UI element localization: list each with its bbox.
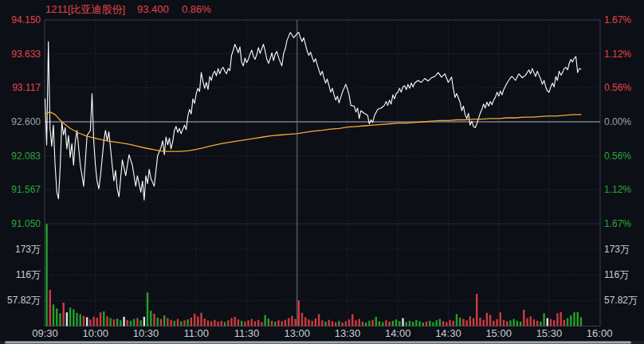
volume-bar: [301, 313, 303, 326]
volume-bar: [486, 313, 488, 326]
volume-bar: [254, 321, 256, 326]
volume-bar: [439, 319, 441, 326]
price-axis-label: 93.117: [12, 82, 41, 93]
volume-bar: [214, 320, 215, 326]
volume-bar: [482, 320, 484, 326]
volume-bar: [274, 322, 276, 326]
volume-bar: [238, 319, 239, 326]
volume-bar: [351, 314, 353, 326]
volume-bar: [536, 321, 538, 326]
volume-bar: [257, 320, 259, 326]
volume-bar: [516, 321, 518, 326]
volume-bar: [553, 320, 555, 326]
volume-bar: [432, 322, 434, 326]
volume-axis-label-left: 173万: [15, 244, 41, 255]
scrollbar-thumb[interactable]: [5, 342, 631, 344]
volume-bar: [496, 319, 497, 326]
volume-bar: [86, 317, 88, 326]
intraday-chart-canvas[interactable]: 94.15093.63393.11792.60092.08391.56791.0…: [0, 0, 644, 344]
volume-bar: [435, 320, 437, 326]
percent-axis-label: 1.12%: [604, 184, 631, 195]
volume-bar: [177, 319, 179, 326]
volume-bar: [530, 316, 532, 326]
volume-bar: [261, 322, 262, 326]
volume-bar: [308, 319, 309, 326]
volume-bar: [230, 318, 232, 326]
volume-bar: [540, 322, 541, 326]
volume-bar: [167, 318, 168, 326]
volume-bar: [533, 319, 535, 326]
volume-bar: [163, 315, 165, 326]
volume-bar: [147, 292, 148, 326]
volume-axis-label-right: 116万: [604, 269, 629, 280]
volume-bar: [150, 311, 151, 326]
volume-bar: [520, 322, 521, 326]
volume-bar: [348, 319, 350, 326]
volume-bar: [62, 303, 64, 326]
volume-bar: [570, 315, 571, 326]
volume-bar: [503, 320, 505, 326]
time-axis-label: 11:00: [183, 327, 209, 339]
volume-bar: [244, 322, 245, 326]
volume-bar: [157, 318, 159, 326]
volume-bar: [187, 319, 188, 326]
volume-bar: [453, 321, 454, 326]
volume-axis-label-left: 116万: [16, 269, 41, 280]
volume-bar: [194, 314, 195, 326]
volume-bar: [315, 319, 316, 326]
volume-bar: [224, 322, 226, 326]
volume-bar: [379, 321, 380, 326]
volume-bar: [311, 321, 312, 326]
volume-bar: [133, 319, 135, 326]
volume-bar: [328, 320, 330, 326]
volume-bar: [332, 321, 333, 326]
volume-bar: [45, 224, 47, 326]
volume-bar: [392, 321, 394, 326]
volume-bar: [170, 320, 171, 326]
last-price: 93.400: [137, 2, 169, 17]
volume-bar: [80, 314, 81, 326]
volume-bar: [227, 320, 229, 326]
volume-bar: [368, 321, 370, 326]
volume-bar: [106, 316, 108, 326]
volume-bar: [382, 322, 383, 326]
volume-bar: [442, 321, 444, 326]
volume-bar: [288, 318, 289, 326]
volume-bar: [92, 317, 94, 326]
volume-bar: [385, 320, 387, 326]
volume-bar: [136, 318, 138, 326]
volume-bar: [183, 320, 185, 326]
volume-bar: [49, 290, 51, 326]
price-axis-label: 91.050: [11, 218, 41, 229]
volume-bar: [577, 312, 579, 326]
time-axis-label: 16:00: [587, 327, 613, 339]
volume-bar: [358, 319, 359, 326]
volume-bar: [500, 312, 501, 326]
volume-bar: [116, 319, 118, 326]
volume-bar: [543, 313, 544, 326]
volume-bar: [560, 312, 561, 326]
percent-axis-label: 0.56%: [604, 150, 631, 162]
volume-bar: [469, 316, 471, 326]
average-price-line: [45, 112, 582, 152]
volume-bar: [73, 309, 74, 326]
volume-bar: [127, 320, 128, 326]
volume-bar: [130, 321, 132, 326]
volume-bar: [76, 313, 77, 326]
volume-bar: [509, 320, 511, 326]
volume-bar: [550, 319, 552, 326]
volume-bar: [422, 322, 424, 326]
volume-bar: [465, 320, 467, 326]
volume-bar: [473, 318, 474, 326]
volume-bar: [402, 318, 403, 326]
volume-bar: [285, 320, 286, 326]
time-axis-label: 10:30: [133, 327, 159, 339]
time-axis-label: 15:30: [536, 327, 563, 339]
volume-bar: [456, 314, 457, 326]
volume-bar: [234, 317, 235, 326]
volume-bar: [573, 312, 575, 326]
percent-axis-label: 0.00%: [604, 116, 631, 127]
volume-bar: [580, 317, 582, 326]
volume-bar: [409, 321, 410, 326]
percent-axis-label: 1.67%: [604, 14, 631, 25]
